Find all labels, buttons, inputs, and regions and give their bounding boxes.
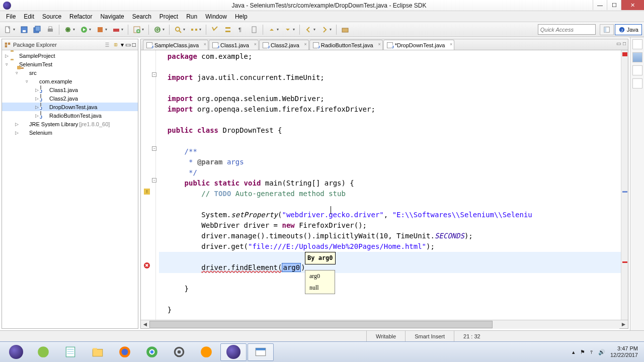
chevron-down-icon[interactable]: ▾ xyxy=(330,27,334,32)
close-icon[interactable]: × xyxy=(204,42,206,47)
link-editor-icon[interactable] xyxy=(112,41,119,48)
suggestion-item[interactable]: null xyxy=(305,282,335,294)
tree-java-file[interactable]: Class2.java xyxy=(49,96,78,102)
minimize-editor-icon[interactable]: ▭ xyxy=(616,41,621,46)
chevron-down-icon[interactable]: ▾ xyxy=(13,27,17,32)
taskbar-settings-icon[interactable] xyxy=(166,343,192,361)
save-button[interactable] xyxy=(18,24,30,36)
suggestion-item[interactable]: arg0 xyxy=(305,270,335,282)
menu-source[interactable]: Source xyxy=(38,12,65,21)
toggle-mark-button[interactable] xyxy=(209,24,221,36)
tray-network-icon[interactable]: ⫯ xyxy=(590,349,593,355)
chevron-down-icon[interactable]: ▾ xyxy=(163,27,167,32)
java-perspective-button[interactable]: JJava xyxy=(615,24,642,35)
toggle-block-button[interactable] xyxy=(222,24,234,36)
tree-package[interactable]: com.example xyxy=(39,78,72,84)
menu-project[interactable]: Project xyxy=(155,12,182,21)
menu-edit[interactable]: Edit xyxy=(20,12,38,21)
tray-volume-icon[interactable]: 🔊 xyxy=(598,349,605,355)
taskbar-android-studio-icon[interactable] xyxy=(30,343,56,361)
close-button[interactable]: ✕ xyxy=(621,0,644,10)
content-assist-popup[interactable]: arg0 null xyxy=(305,270,335,294)
taskbar-eclipse-icon[interactable] xyxy=(3,343,29,361)
tree-java-file[interactable]: DropDownTest.java xyxy=(49,104,97,110)
chevron-down-icon[interactable]: ▾ xyxy=(293,27,297,32)
new-button[interactable] xyxy=(2,24,14,36)
menu-navigate[interactable]: Navigate xyxy=(96,12,128,21)
tree-project[interactable]: SampleProject xyxy=(19,53,55,59)
minimize-button[interactable]: — xyxy=(593,0,607,10)
tree-library[interactable]: JRE System Library xyxy=(29,121,78,127)
menu-window[interactable]: Window xyxy=(201,12,231,21)
forward-button[interactable] xyxy=(318,24,331,36)
chevron-down-icon[interactable]: ▾ xyxy=(199,27,203,32)
chevron-down-icon[interactable]: ▾ xyxy=(121,27,125,32)
another-view-button[interactable] xyxy=(632,78,642,88)
editor-tab[interactable]: RadioButtonTest.java× xyxy=(309,40,383,50)
code-editor[interactable]: package com.example; import java.util.co… xyxy=(156,50,621,320)
windows-taskbar[interactable]: ▴ ⚑ ⫯ 🔊 3:47 PM 12/22/2017 xyxy=(0,341,644,362)
open-task-button[interactable] xyxy=(339,24,351,36)
restore-view-button[interactable] xyxy=(632,39,642,49)
save-all-button[interactable] xyxy=(31,24,43,36)
system-tray[interactable]: ▴ ⚑ ⫯ 🔊 3:47 PM 12/22/2017 xyxy=(572,345,641,358)
taskbar-notepad-icon[interactable] xyxy=(57,343,84,361)
tree-source-folder[interactable]: src xyxy=(29,70,37,76)
editor-tab[interactable]: Class1.java× xyxy=(209,40,259,50)
tray-up-icon[interactable]: ▴ xyxy=(572,349,575,355)
maximize-editor-icon[interactable]: □ xyxy=(623,41,626,46)
toggle-breadcrumb-button[interactable] xyxy=(188,24,200,36)
taskbar-window-icon[interactable] xyxy=(248,343,274,361)
open-perspective-button[interactable] xyxy=(600,24,614,35)
taskbar-media-icon[interactable] xyxy=(193,343,219,361)
new-package-button[interactable] xyxy=(131,24,143,36)
tree-library[interactable]: Selenium xyxy=(29,130,52,136)
next-annotation-button[interactable] xyxy=(266,24,278,36)
chevron-down-icon[interactable]: ▾ xyxy=(313,27,317,32)
project-tree[interactable]: ▷SampleProject ▿SeleniumTest ▿src ▿com.e… xyxy=(2,50,138,328)
editor-gutter[interactable]: − − − ! ✖ xyxy=(141,50,156,320)
taskbar-chrome-icon[interactable] xyxy=(139,343,165,361)
editor-tab-active[interactable]: *DropDownTest.java× xyxy=(383,40,455,50)
task-list-view-button[interactable] xyxy=(632,65,642,75)
menu-help[interactable]: Help xyxy=(231,12,252,21)
close-icon[interactable]: × xyxy=(304,42,307,47)
collapse-all-icon[interactable] xyxy=(104,41,111,48)
run-button[interactable] xyxy=(78,24,90,36)
overview-ruler[interactable] xyxy=(621,50,628,320)
taskbar-eclipse-active-icon[interactable] xyxy=(220,343,247,361)
scroll-left-button[interactable]: ◄ xyxy=(141,320,149,329)
tree-java-file[interactable]: RadioButtonTest.java xyxy=(49,113,102,119)
chevron-down-icon[interactable]: ▾ xyxy=(73,27,77,32)
back-button[interactable] xyxy=(302,24,314,36)
tree-project[interactable]: SeleniumTest xyxy=(19,61,52,67)
debug-button[interactable] xyxy=(62,24,74,36)
close-icon[interactable]: × xyxy=(378,42,380,47)
quick-access-input[interactable] xyxy=(538,24,596,35)
tree-java-file[interactable]: Class1.java xyxy=(49,87,78,93)
menu-refactor[interactable]: Refactor xyxy=(65,12,96,21)
open-type-button[interactable]: G xyxy=(151,24,164,36)
run-last-button[interactable] xyxy=(94,24,106,36)
scroll-thumb[interactable] xyxy=(149,321,493,328)
taskbar-file-explorer-icon[interactable] xyxy=(85,343,111,361)
print-button[interactable] xyxy=(44,24,56,36)
horizontal-scrollbar[interactable]: ◄ ► xyxy=(141,320,628,328)
maximize-view-icon[interactable]: □ xyxy=(132,41,136,48)
close-icon[interactable]: × xyxy=(450,42,452,47)
close-icon[interactable]: × xyxy=(254,42,257,47)
editor-tab[interactable]: Class2.java× xyxy=(259,40,309,50)
chevron-down-icon[interactable]: ▾ xyxy=(142,27,146,32)
chevron-down-icon[interactable]: ▾ xyxy=(89,27,93,32)
editor-tab[interactable]: SampleClass.java× xyxy=(143,40,208,50)
search-button[interactable] xyxy=(172,24,184,36)
menu-file[interactable]: File xyxy=(2,12,20,21)
outline-view-button[interactable] xyxy=(632,52,642,62)
prev-annotation-button[interactable] xyxy=(282,24,294,36)
menu-run[interactable]: Run xyxy=(182,12,201,21)
menu-search[interactable]: Search xyxy=(128,12,155,21)
show-whitespace-button[interactable]: ¶ xyxy=(235,24,247,36)
pin-button[interactable] xyxy=(248,24,260,36)
chevron-down-icon[interactable]: ▾ xyxy=(183,27,187,32)
view-menu-icon[interactable]: ▾ xyxy=(121,41,124,48)
